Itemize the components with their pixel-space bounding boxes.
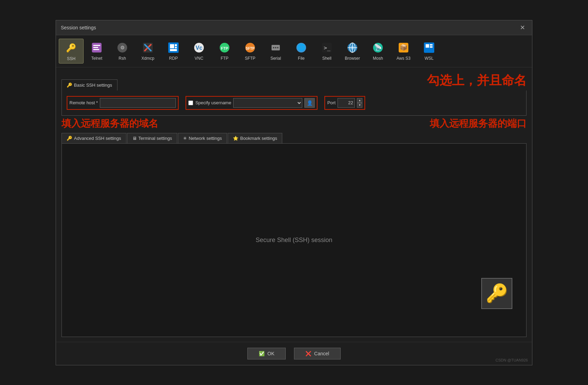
svg-text:>_: >_ <box>324 45 331 51</box>
lower-tabs: 🔑 Advanced SSH settings 🖥 Terminal setti… <box>61 133 527 143</box>
svg-text:Vc: Vc <box>196 45 202 51</box>
basic-tab-label: Basic SSH settings <box>74 83 112 88</box>
annotation-bottom-left: 填入远程服务器的域名 <box>61 117 158 130</box>
remote-host-input[interactable] <box>100 98 176 108</box>
protocol-serial[interactable]: Serial <box>263 39 288 64</box>
remote-host-label: Remote host * <box>69 100 98 105</box>
protocol-ssh[interactable]: 🔑 SSH <box>59 39 84 64</box>
title-bar: Session settings ✕ <box>56 20 532 35</box>
protocol-xdmcp[interactable]: Xdmcp <box>135 39 160 64</box>
tab-advanced[interactable]: 🔑 Advanced SSH settings <box>61 133 126 143</box>
file-icon: 🌐 <box>294 41 308 55</box>
svg-rect-38 <box>426 44 429 48</box>
wsl-icon <box>422 41 436 55</box>
telnet-icon <box>90 41 104 55</box>
xdmcp-icon <box>141 41 155 55</box>
port-down-button[interactable]: ▼ <box>357 103 362 108</box>
vnc-icon: Vc <box>192 41 206 55</box>
cancel-label: Cancel <box>314 351 329 356</box>
ok-label: OK <box>267 351 274 356</box>
specify-username-label: Specify username <box>195 100 231 105</box>
protocol-telnet[interactable]: Telnet <box>84 39 109 64</box>
cancel-button[interactable]: ❌ Cancel <box>294 348 341 359</box>
annotation-bottom-right: 填入远程服务器的端口 <box>430 117 527 130</box>
telnet-label: Telnet <box>91 56 102 61</box>
protocol-file[interactable]: 🌐 File <box>289 39 314 64</box>
dialog-title: Session settings <box>61 25 96 30</box>
svg-text:⚙: ⚙ <box>120 45 125 50</box>
awss3-label: Aws S3 <box>397 56 410 61</box>
bookmark-tab-icon: ⭐ <box>233 136 238 141</box>
ok-icon: ✅ <box>259 351 265 356</box>
user-manager-button[interactable]: 👤 <box>304 98 315 108</box>
svg-text:📡: 📡 <box>374 44 382 51</box>
browser-icon <box>345 41 359 55</box>
protocol-wsl[interactable]: WSL <box>417 39 442 64</box>
ftp-label: FTP <box>221 56 229 61</box>
svg-text:SFTP: SFTP <box>246 47 255 50</box>
tab-network[interactable]: ✳ Network settings <box>178 133 227 143</box>
svg-rect-2 <box>93 47 98 48</box>
svg-rect-40 <box>430 46 433 48</box>
watermark: CSDN @TUAN926 <box>495 358 528 362</box>
tab-bookmark[interactable]: ⭐ Bookmark settings <box>228 133 282 143</box>
port-input[interactable] <box>338 98 355 108</box>
protocol-awss3[interactable]: 📦 Aws S3 <box>391 39 416 64</box>
content-panel: Secure Shell (SSH) session 🔑 <box>61 143 527 337</box>
ok-button[interactable]: ✅ OK <box>247 348 286 359</box>
serial-label: Serial <box>271 56 281 61</box>
protocol-sftp[interactable]: SFTP SFTP <box>238 39 263 64</box>
protocol-rdp[interactable]: RDP <box>161 39 186 64</box>
username-dropdown[interactable] <box>233 98 302 108</box>
advanced-tab-label: Advanced SSH settings <box>74 136 121 141</box>
terminal-tab-icon: 🖥 <box>132 136 137 141</box>
bottom-bar: ✅ OK ❌ Cancel <box>56 342 532 365</box>
session-settings-dialog: Session settings ✕ 🔑 SSH Telnet ⚙ Rsh Xd… <box>56 20 532 365</box>
protocol-mosh[interactable]: 📡 Mosh <box>366 39 390 64</box>
awss3-icon: 📦 <box>397 41 410 55</box>
file-label: File <box>298 56 304 61</box>
ssh-icon: 🔑 <box>64 41 78 55</box>
protocol-shell[interactable]: >_ Shell <box>314 39 339 64</box>
sftp-icon: SFTP <box>243 41 257 55</box>
network-tab-icon: ✳ <box>183 136 187 141</box>
protocol-vnc[interactable]: Vc VNC <box>187 39 211 64</box>
terminal-tab-label: Terminal settings <box>139 136 172 141</box>
advanced-tab-icon: 🔑 <box>67 136 72 141</box>
basic-ssh-tab[interactable]: 🔑 Basic SSH settings <box>61 79 117 90</box>
ftp-icon: FTP <box>218 41 231 55</box>
port-group: Port ▲ ▼ <box>324 96 365 110</box>
port-spinner: ▲ ▼ <box>357 98 362 108</box>
svg-rect-12 <box>175 47 177 48</box>
username-group: Specify username 👤 <box>186 96 317 110</box>
bookmark-tab-label: Bookmark settings <box>240 136 277 141</box>
network-tab-label: Network settings <box>189 136 222 141</box>
basic-tab-icon: 🔑 <box>67 83 72 88</box>
annotation-top: 勾选上，并且命名 <box>427 72 527 89</box>
mosh-icon: 📡 <box>371 41 385 55</box>
protocol-browser[interactable]: Browser <box>340 39 365 64</box>
close-button[interactable]: ✕ <box>518 23 527 32</box>
wsl-label: WSL <box>425 56 434 61</box>
xdmcp-label: Xdmcp <box>141 56 154 61</box>
session-description: Secure Shell (SSH) session <box>256 237 332 244</box>
tab-terminal[interactable]: 🖥 Terminal settings <box>127 133 178 143</box>
port-up-button[interactable]: ▲ <box>357 98 362 103</box>
serial-icon <box>269 41 283 55</box>
svg-point-23 <box>277 47 278 48</box>
svg-text:FTP: FTP <box>221 46 228 50</box>
cancel-icon: ❌ <box>305 351 311 356</box>
form-area: Remote host * Specify username 👤 Port <box>61 90 527 116</box>
svg-point-22 <box>275 47 276 48</box>
protocol-ftp[interactable]: FTP FTP <box>212 39 237 64</box>
browser-label: Browser <box>345 56 360 61</box>
protocol-rsh[interactable]: ⚙ Rsh <box>110 39 135 64</box>
rsh-icon: ⚙ <box>115 41 129 55</box>
specify-username-checkbox[interactable] <box>188 100 193 105</box>
port-label: Port <box>327 100 335 105</box>
svg-text:🌐: 🌐 <box>297 44 305 51</box>
shell-label: Shell <box>322 56 332 61</box>
svg-rect-1 <box>93 45 100 46</box>
svg-rect-3 <box>93 49 99 50</box>
vnc-label: VNC <box>195 56 203 61</box>
